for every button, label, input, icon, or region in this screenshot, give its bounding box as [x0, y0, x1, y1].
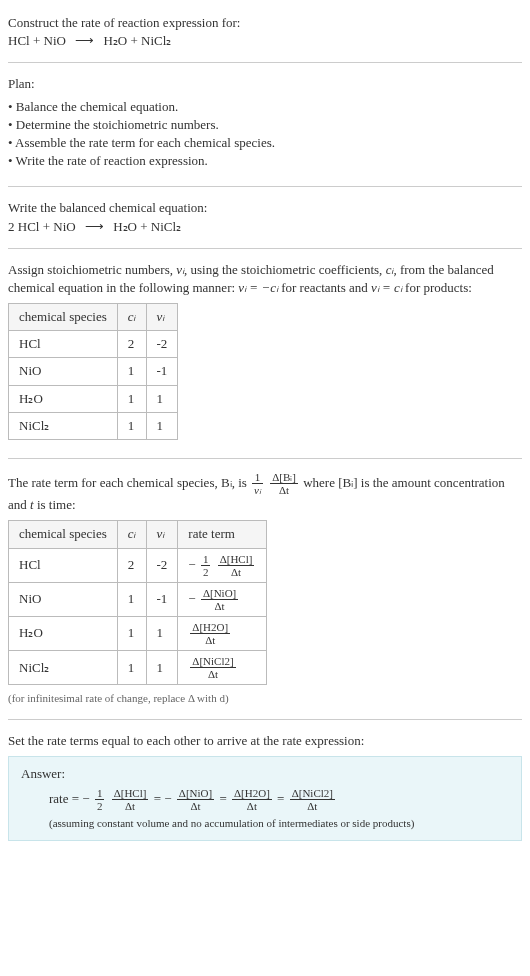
cell-ci: 1 — [117, 358, 146, 385]
bi-symbol: Bᵢ — [221, 475, 232, 490]
text: , using the stoichiometric coefficients, — [184, 262, 386, 277]
table-row: NiCl₂ 1 1 Δ[NiCl2] Δt — [9, 651, 267, 685]
delta-fraction: Δ[NiCl2] Δt — [290, 787, 335, 812]
col-rate: rate term — [178, 521, 267, 548]
cell-species: NiO — [9, 358, 118, 385]
divider — [8, 719, 522, 720]
fraction-den: 2 — [95, 800, 105, 812]
final-section: Set the rate terms equal to each other t… — [8, 726, 522, 847]
answer-assumption: (assuming constant volume and no accumul… — [21, 816, 509, 831]
equation-lhs: HCl + NiO — [8, 33, 66, 48]
text: The rate term for each chemical species, — [8, 475, 221, 490]
fraction-num: Δ[Bᵢ] — [270, 471, 298, 484]
answer-expression: rate = − 1 2 Δ[HCl] Δt = − Δ[NiO] Δt = Δ… — [21, 787, 509, 812]
plan-section: Plan: Balance the chemical equation. Det… — [8, 69, 522, 180]
rate-eq-prefix: rate = − — [49, 791, 90, 806]
fraction-num: Δ[NiO] — [201, 587, 238, 600]
fraction-den: Δt — [232, 800, 272, 812]
delta-fraction: Δ[NiO] Δt — [177, 787, 214, 812]
divider — [8, 62, 522, 63]
reaction-arrow-icon: ⟶ — [79, 219, 110, 234]
fraction-den: Δt — [218, 566, 255, 578]
balanced-rhs: H₂O + NiCl₂ — [113, 219, 181, 234]
cell-ci: 2 — [117, 548, 146, 582]
plan-item: Determine the stoichiometric numbers. — [8, 116, 522, 134]
cell-ci: 1 — [117, 412, 146, 439]
fraction-num: Δ[HCl] — [218, 553, 255, 566]
half-fraction: 1 2 — [201, 553, 211, 578]
delta-fraction: Δ[NiO] Δt — [201, 587, 238, 612]
fraction-num: Δ[NiCl2] — [190, 655, 235, 668]
delta-fraction: Δ[H2O] Δt — [232, 787, 272, 812]
table-row: HCl 2 -2 − 1 2 Δ[HCl] Δt — [9, 548, 267, 582]
problem-equation: HCl + NiO ⟶ H₂O + NiCl₂ — [8, 32, 522, 50]
delta-fraction: Δ[H2O] Δt — [190, 621, 230, 646]
fraction-num: Δ[NiCl2] — [290, 787, 335, 800]
cell-species: NiCl₂ — [9, 651, 118, 685]
cell-nui: 1 — [146, 651, 178, 685]
answer-box: Answer: rate = − 1 2 Δ[HCl] Δt = − Δ[NiO… — [8, 756, 522, 841]
fraction-den: Δt — [270, 484, 298, 496]
plan-label: Plan: — [8, 75, 522, 93]
rateterm-table: chemical species cᵢ νᵢ rate term HCl 2 -… — [8, 520, 267, 685]
stoich-section: Assign stoichiometric numbers, νᵢ, using… — [8, 255, 522, 452]
reaction-arrow-icon: ⟶ — [69, 33, 100, 48]
problem-header: Construct the rate of reaction expressio… — [8, 8, 522, 56]
fraction-den: Δt — [190, 634, 230, 646]
negative: − — [164, 791, 171, 806]
text: for reactants and — [278, 280, 371, 295]
fraction-den: νᵢ — [252, 484, 263, 496]
balanced-label: Write the balanced chemical equation: — [8, 199, 522, 217]
col-nui: νᵢ — [146, 521, 178, 548]
rateterm-intro: The rate term for each chemical species,… — [8, 471, 522, 514]
col-species: chemical species — [9, 304, 118, 331]
cell-nui: -2 — [146, 548, 178, 582]
rateterm-section: The rate term for each chemical species,… — [8, 465, 522, 713]
fraction-num: 1 — [201, 553, 211, 566]
relation-products: νᵢ = cᵢ — [371, 280, 402, 295]
final-label: Set the rate terms equal to each other t… — [8, 732, 522, 750]
col-species: chemical species — [9, 521, 118, 548]
divider — [8, 186, 522, 187]
cell-rate: − 1 2 Δ[HCl] Δt — [178, 548, 267, 582]
cell-ci: 1 — [117, 616, 146, 650]
cell-species: H₂O — [9, 616, 118, 650]
fraction-den: Δt — [112, 800, 149, 812]
cell-nui: 1 — [146, 385, 178, 412]
cell-nui: -1 — [146, 582, 178, 616]
cell-rate: Δ[H2O] Δt — [178, 616, 267, 650]
fraction-num: 1 — [95, 787, 105, 800]
fraction-den: Δt — [290, 800, 335, 812]
table-row: NiO 1 -1 — [9, 358, 178, 385]
col-ci: cᵢ — [117, 304, 146, 331]
cell-species: NiCl₂ — [9, 412, 118, 439]
fraction-den: Δt — [201, 600, 238, 612]
text: , is — [232, 475, 250, 490]
table-row: NiO 1 -1 − Δ[NiO] Δt — [9, 582, 267, 616]
table-header-row: chemical species cᵢ νᵢ — [9, 304, 178, 331]
cell-species: HCl — [9, 331, 118, 358]
fraction-num: 1 — [252, 471, 263, 484]
stoich-intro: Assign stoichiometric numbers, νᵢ, using… — [8, 261, 522, 297]
cell-species: NiO — [9, 582, 118, 616]
delta-fraction: Δ[HCl] Δt — [218, 553, 255, 578]
balanced-equation: 2 HCl + NiO ⟶ H₂O + NiCl₂ — [8, 218, 522, 236]
nu-i-symbol: νᵢ — [176, 262, 184, 277]
delta-fraction: Δ[HCl] Δt — [112, 787, 149, 812]
cell-species: HCl — [9, 548, 118, 582]
dbi-dt-fraction: Δ[Bᵢ] Δt — [270, 471, 298, 496]
table-row: NiCl₂ 1 1 — [9, 412, 178, 439]
fraction-den: 2 — [201, 566, 211, 578]
fraction-num: Δ[H2O] — [232, 787, 272, 800]
plan-item: Balance the chemical equation. — [8, 98, 522, 116]
answer-label: Answer: — [21, 765, 509, 783]
cell-rate: − Δ[NiO] Δt — [178, 582, 267, 616]
equation-rhs: H₂O + NiCl₂ — [103, 33, 171, 48]
balanced-section: Write the balanced chemical equation: 2 … — [8, 193, 522, 241]
one-over-nu-fraction: 1 νᵢ — [252, 471, 263, 496]
table-row: H₂O 1 1 Δ[H2O] Δt — [9, 616, 267, 650]
plan-item: Write the rate of reaction expression. — [8, 152, 522, 170]
half-fraction: 1 2 — [95, 787, 105, 812]
cell-nui: -1 — [146, 358, 178, 385]
fraction-den: Δt — [177, 800, 214, 812]
